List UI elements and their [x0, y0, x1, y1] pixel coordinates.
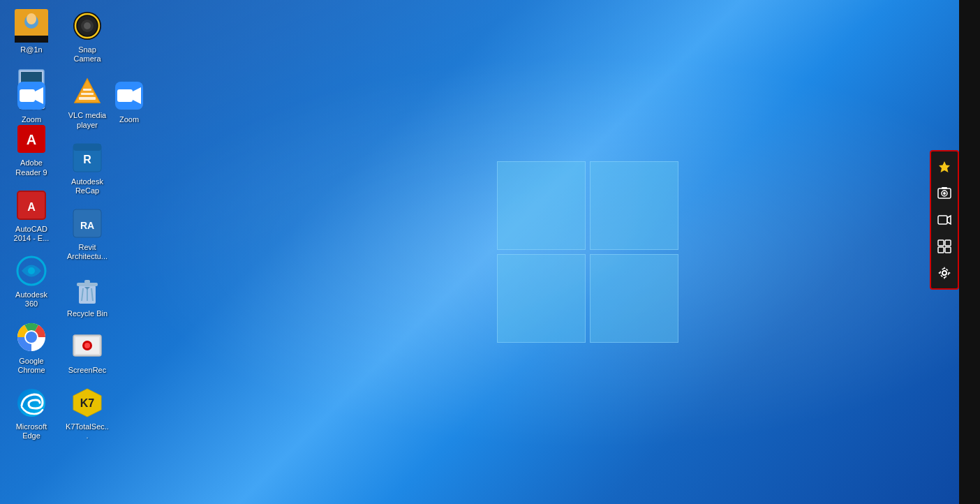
icon-adobe-reader-label: Adobe Reader 9: [9, 158, 54, 177]
svg-text:A: A: [27, 132, 36, 147]
icon-k7-label: K7TotalSec...: [65, 422, 110, 440]
icon-google-chrome-label: Google Chrome: [9, 357, 54, 375]
panel-gallery-button[interactable]: [932, 234, 957, 259]
revit-icon: RA: [70, 207, 104, 240]
svg-text:A: A: [27, 201, 36, 213]
svg-rect-63: [945, 240, 951, 246]
icon-autodesk-recap-label: Autodesk ReCap: [65, 177, 110, 195]
win-pane-br: [590, 254, 678, 343]
svg-marker-61: [947, 216, 951, 224]
svg-rect-28: [83, 89, 91, 91]
svg-rect-38: [84, 280, 90, 283]
icon-user-profile-label: R@1n: [20, 45, 42, 54]
icon-google-chrome[interactable]: Google Chrome: [3, 316, 59, 379]
icon-screenrec[interactable]: ScreenRec: [59, 325, 115, 379]
icon-microsoft-edge-label: Microsoft Edge: [9, 422, 54, 440]
panel-settings-button[interactable]: [932, 260, 957, 286]
k7-icon: K7: [70, 386, 104, 420]
svg-point-17: [26, 332, 37, 343]
svg-point-67: [940, 269, 949, 277]
panel-screenshot-button[interactable]: [932, 181, 957, 206]
windows-logo: [497, 161, 678, 343]
icon-revit-label: Revit Architectu...: [65, 243, 110, 261]
svg-point-45: [84, 343, 90, 348]
svg-text:K7: K7: [80, 397, 95, 409]
zoom-label2: Zoom: [119, 115, 139, 124]
user-profile-icon: [15, 9, 48, 43]
svg-point-2: [27, 13, 36, 24]
desktop-icons-col2: Snap Camera VLC media player: [59, 3, 115, 446]
svg-rect-27: [81, 93, 94, 95]
icon-zoom-label: Zoom: [22, 115, 41, 124]
icon-revit[interactable]: RA Revit Architectu...: [59, 202, 115, 265]
svg-point-22: [84, 22, 91, 29]
icon-snap-camera[interactable]: Snap Camera: [59, 5, 115, 68]
svg-text:R: R: [83, 154, 91, 165]
right-black-bar: [959, 0, 980, 504]
autodesk360-icon: [15, 254, 48, 288]
svg-rect-59: [942, 187, 947, 189]
svg-rect-64: [938, 247, 944, 253]
win-pane-bl: [497, 254, 586, 343]
autocad-icon: A: [15, 188, 48, 222]
desktop: R@1n This PC A Adobe Reader: [0, 0, 980, 504]
svg-marker-55: [939, 161, 950, 172]
icon-snap-camera-label: Snap Camera: [65, 45, 110, 64]
icon-k7[interactable]: K7 K7TotalSec...: [59, 382, 115, 445]
icon-recycle-bin[interactable]: Recycle Bin: [59, 269, 115, 323]
icon-autodesk360-label: Autodesk 360: [9, 290, 54, 309]
zoom-icon: [15, 79, 48, 112]
svg-rect-50: [20, 89, 35, 102]
icon-zoom-col2[interactable]: Zoom: [101, 73, 157, 130]
recycle-bin-icon: [70, 273, 104, 306]
snap-camera-icon: [70, 9, 104, 43]
panel-star-button[interactable]: [932, 154, 957, 179]
svg-rect-60: [938, 216, 947, 224]
screenrec-panel: [930, 150, 959, 290]
panel-record-button[interactable]: [932, 207, 957, 232]
icon-autocad[interactable]: A AutoCAD 2014 - E...: [3, 184, 59, 247]
microsoft-edge-icon: [15, 386, 48, 420]
svg-rect-65: [945, 247, 951, 253]
screenrec-icon: [70, 329, 104, 363]
win-pane-tl: [497, 161, 586, 250]
icon-recycle-bin-label: Recycle Bin: [67, 309, 107, 318]
google-chrome-icon: [15, 320, 48, 354]
icon-autocad-label: AutoCAD 2014 - E...: [9, 225, 54, 243]
zoom-icon2: [112, 79, 146, 112]
svg-point-68: [942, 271, 946, 275]
vlc-icon: [70, 75, 104, 108]
icon-autodesk-recap[interactable]: R Autodesk ReCap: [59, 137, 115, 200]
icon-zoom[interactable]: Zoom: [3, 75, 59, 128]
icon-screenrec-label: ScreenRec: [68, 366, 106, 375]
svg-point-14: [28, 267, 35, 274]
icon-autodesk360[interactable]: Autodesk 360: [3, 250, 59, 313]
svg-rect-53: [117, 89, 133, 102]
autodesk-recap-icon: R: [70, 141, 104, 175]
win-pane-tr: [590, 161, 678, 250]
svg-rect-62: [938, 240, 944, 246]
svg-rect-26: [79, 97, 96, 100]
svg-text:RA: RA: [80, 220, 94, 231]
icon-microsoft-edge[interactable]: Microsoft Edge: [3, 382, 59, 445]
icon-user-profile[interactable]: R@1n: [3, 5, 59, 59]
svg-rect-32: [73, 144, 101, 151]
svg-point-58: [943, 192, 946, 195]
svg-rect-3: [15, 36, 48, 43]
desktop-icons-col1: R@1n This PC A Adobe Reader: [3, 3, 59, 446]
